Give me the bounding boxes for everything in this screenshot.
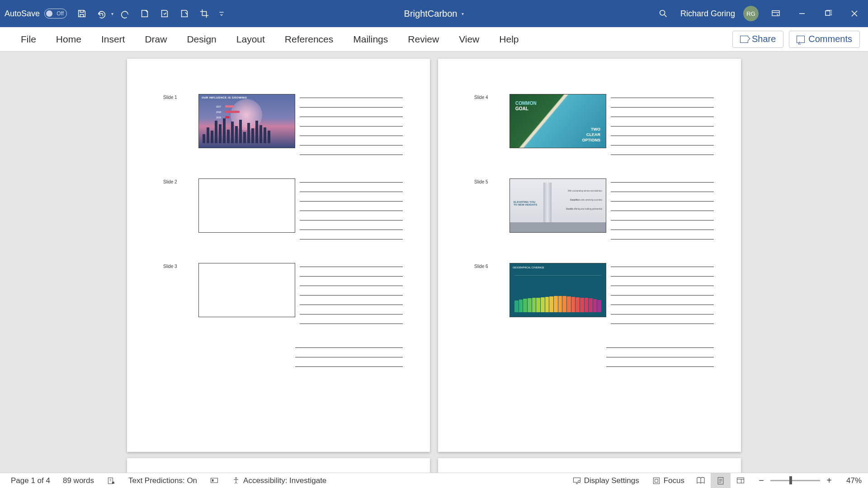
tab-design[interactable]: Design	[177, 27, 226, 51]
tab-mailings[interactable]: Mailings	[343, 27, 398, 51]
spellcheck-icon[interactable]	[100, 473, 122, 488]
print-layout-icon[interactable]	[711, 473, 731, 488]
text-predictions-text: Text Predictions: On	[128, 476, 197, 485]
autosave-state: Off	[57, 10, 64, 17]
avatar[interactable]: RG	[743, 6, 759, 21]
slide-label: Slide 4	[474, 94, 505, 100]
redo-icon[interactable]	[116, 5, 133, 22]
tab-insert[interactable]: Insert	[91, 27, 135, 51]
svg-rect-2	[826, 11, 830, 15]
undo-icon[interactable]	[93, 5, 110, 22]
slide-thumbnail[interactable]	[198, 263, 295, 317]
note-line	[300, 155, 403, 155]
autosave-toggle[interactable]: Off	[44, 9, 67, 19]
page-1-right: Slide 4COMMONGOALTWOCLEAROPTIONSSlide 5E…	[438, 59, 741, 452]
search-icon[interactable]	[654, 5, 672, 23]
svg-rect-7	[573, 478, 580, 482]
comment-icon	[797, 36, 805, 43]
zoom-level[interactable]: 47%	[840, 473, 863, 488]
note-line	[300, 117, 403, 117]
undo-dropdown-icon[interactable]: ▾	[111, 11, 113, 16]
document-title-group[interactable]: BrightCarbon ▾	[404, 9, 464, 19]
zoom-thumb[interactable]	[789, 476, 792, 484]
user-name[interactable]: Richard Goring	[680, 9, 735, 19]
zoom-slider[interactable]	[770, 480, 820, 481]
note-line	[300, 201, 403, 202]
page-indicator[interactable]: Page 1 of 4	[5, 473, 57, 488]
slide-thumbnail[interactable]: COMMONGOALTWOCLEAROPTIONS	[509, 94, 606, 148]
tab-file[interactable]: File	[11, 27, 46, 51]
page-indicator-text: Page 1 of 4	[11, 476, 50, 485]
qat-icon-2[interactable]	[156, 5, 173, 22]
zoom-text: 47%	[846, 476, 862, 485]
slide-thumbnail[interactable]: GEOGRAPHICAL COVERAGE	[509, 263, 606, 317]
focus-text: Focus	[664, 476, 684, 485]
ribbon-display-icon[interactable]	[767, 5, 785, 23]
status-bar: Page 1 of 4 89 words Text Predictions: O…	[0, 473, 868, 488]
read-mode-icon[interactable]	[691, 473, 711, 488]
document-canvas[interactable]: Slide 1OUR INFLUENCE IS GROWING201720182…	[0, 52, 868, 473]
share-button[interactable]: Share	[732, 31, 783, 48]
web-layout-icon[interactable]	[731, 473, 750, 488]
note-line	[300, 305, 403, 305]
tab-help[interactable]: Help	[489, 27, 528, 51]
quick-access-toolbar: ▾	[73, 5, 227, 22]
close-icon[interactable]	[845, 5, 863, 23]
slide-thumbnail[interactable]	[198, 178, 295, 233]
notes-lines	[300, 263, 403, 324]
note-line	[611, 107, 714, 108]
crop-icon[interactable]	[196, 5, 213, 22]
text-predictions[interactable]: Text Predictions: On	[122, 473, 203, 488]
note-line	[300, 107, 403, 108]
notes-lines	[611, 263, 714, 324]
display-settings[interactable]: Display Settings	[566, 473, 646, 488]
tab-draw[interactable]: Draw	[135, 27, 177, 51]
note-line	[295, 347, 403, 348]
tab-review[interactable]: Review	[398, 27, 449, 51]
note-line	[611, 211, 714, 211]
slide-thumbnail[interactable]: ELEVATING YOUTO NEW HEIGHTSWith outstand…	[509, 178, 606, 233]
zoom-in-button[interactable]: +	[825, 475, 834, 486]
save-icon[interactable]	[73, 5, 90, 22]
note-line	[611, 98, 714, 98]
minimize-icon[interactable]	[793, 5, 811, 23]
tab-layout[interactable]: Layout	[226, 27, 275, 51]
qat-icon-3[interactable]	[176, 5, 193, 22]
qat-icon-1[interactable]	[136, 5, 153, 22]
tab-references[interactable]: References	[275, 27, 343, 51]
word-count[interactable]: 89 words	[57, 473, 100, 488]
slide-thumbnail[interactable]: OUR INFLUENCE IS GROWING201720182019	[198, 94, 295, 148]
page-1-left: Slide 1OUR INFLUENCE IS GROWING201720182…	[127, 59, 430, 452]
maximize-icon[interactable]	[819, 5, 837, 23]
note-line	[300, 98, 403, 98]
tab-view[interactable]: View	[449, 27, 489, 51]
note-line	[611, 305, 714, 305]
title-dropdown-icon[interactable]: ▾	[462, 11, 464, 16]
notes-lines	[611, 94, 714, 155]
svg-rect-9	[653, 478, 659, 483]
accessibility-checker[interactable]: Accessibility: Investigate	[225, 473, 333, 488]
note-line	[300, 230, 403, 230]
note-line	[300, 295, 403, 296]
qat-customize-icon[interactable]	[216, 5, 227, 22]
zoom-out-button[interactable]: −	[757, 475, 766, 486]
comments-label: Comments	[808, 34, 852, 44]
comments-button[interactable]: Comments	[789, 31, 860, 48]
handout-row: Slide 3	[163, 263, 403, 324]
svg-rect-12	[737, 478, 744, 483]
note-line	[606, 366, 714, 367]
tab-home[interactable]: Home	[46, 27, 91, 51]
slide-label: Slide 1	[163, 94, 194, 100]
slide-label: Slide 6	[474, 263, 505, 269]
display-settings-text: Display Settings	[584, 476, 639, 485]
note-line	[606, 357, 714, 357]
page-2-left-peek	[127, 458, 430, 473]
slide-label: Slide 5	[474, 178, 505, 184]
note-line	[300, 182, 403, 183]
svg-rect-5	[212, 479, 213, 481]
macro-icon[interactable]	[203, 473, 225, 488]
note-line	[300, 314, 403, 314]
note-line	[611, 295, 714, 296]
focus-mode[interactable]: Focus	[646, 473, 691, 488]
avatar-initials: RG	[746, 10, 755, 17]
